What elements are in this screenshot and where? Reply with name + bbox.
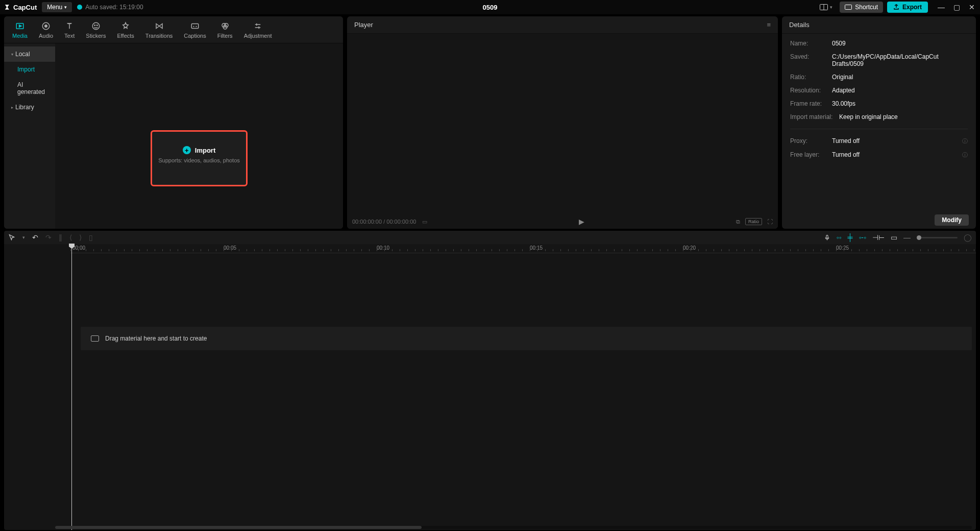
fullscreen-icon[interactable]: ⛶	[767, 219, 773, 225]
svg-rect-10	[191, 24, 199, 29]
detail-row-saved: Saved: C:/Users/MyPC/AppData/Local/CapCu…	[790, 53, 968, 67]
app-logo: CapCut	[4, 4, 37, 11]
import-subtext: Supports: videos, audios, photos	[158, 157, 240, 163]
main-track-magnet[interactable]: ◦◦	[837, 233, 842, 242]
close-button[interactable]: ✕	[968, 3, 976, 11]
tab-media[interactable]: Media	[7, 18, 33, 43]
player-body: 00:00:00:00 / 00:00:00:00 ▭ ▶ ⧉ Ratio ⛶	[347, 34, 778, 229]
import-dropzone[interactable]: + Import Supports: videos, audios, photo…	[151, 130, 248, 186]
capture-icon[interactable]: ⧉	[736, 219, 740, 225]
media-sidebar: ▾ Local Import AI generated ▸ Library	[4, 43, 55, 229]
ruler-tick: 00:20	[683, 245, 696, 251]
autosave-dot-icon	[77, 5, 82, 10]
tab-filters[interactable]: Filters	[212, 18, 238, 43]
layout-button[interactable]: ▾	[817, 3, 836, 11]
player-timecode: 00:00:00:00 / 00:00:00:00	[352, 219, 416, 225]
chevron-down-icon: ▾	[64, 5, 67, 10]
layout-icon	[820, 4, 828, 10]
capcut-logo-icon	[4, 4, 11, 11]
details-body: Name: 0509 Saved: C:/Users/MyPC/AppData/…	[782, 34, 976, 229]
scrollbar-thumb[interactable]	[55, 526, 422, 529]
svg-point-9	[96, 25, 97, 26]
detail-row-framerate: Frame rate: 30.00fps	[790, 100, 968, 107]
svg-point-7	[92, 22, 100, 30]
timeline-area: 00:00 00:05 00:10 00:15 00:20 00:25 Drag…	[4, 244, 976, 530]
titlebar-left: CapCut Menu ▾ Auto saved: 15:19:00	[4, 2, 143, 12]
adjustment-icon	[253, 21, 262, 31]
player-header: Player ≡	[347, 16, 778, 34]
tab-audio[interactable]: Audio	[34, 18, 58, 43]
divider	[790, 129, 968, 129]
mic-button[interactable]	[824, 234, 830, 242]
player-viewport[interactable]	[347, 34, 778, 214]
select-dropdown[interactable]: ▾	[22, 235, 25, 240]
linkage[interactable]: ◦-◦	[859, 233, 866, 242]
sidebar-item-ai-generated[interactable]: AI generated	[4, 77, 55, 100]
chevron-down-icon: ▾	[830, 5, 832, 10]
ruler-tick: 00:15	[530, 245, 543, 251]
menu-button[interactable]: Menu ▾	[42, 2, 72, 12]
redo-button[interactable]: ↷	[45, 233, 52, 242]
detail-row-resolution: Resolution: Adapted	[790, 87, 968, 94]
microphone-icon	[824, 234, 830, 242]
trim-left-tool[interactable]: ⟨	[69, 233, 72, 242]
modify-button[interactable]: Modify	[935, 214, 969, 226]
select-tool[interactable]	[8, 234, 15, 241]
undo-button[interactable]: ↶	[32, 233, 38, 242]
tab-adjustment[interactable]: Adjustment	[239, 18, 277, 43]
export-button[interactable]: Export	[887, 2, 928, 13]
timeline-tools-left: ▾ ↶ ↷ ‖ ⟨ ⟩ ▯	[8, 233, 93, 242]
zoom-fit[interactable]: ◯	[964, 233, 972, 242]
detail-row-ratio: Ratio: Original	[790, 74, 968, 81]
svg-rect-2	[845, 5, 852, 10]
compare-icon[interactable]: ▭	[422, 219, 427, 225]
sidebar-item-import[interactable]: Import	[4, 62, 55, 77]
minimize-button[interactable]: —	[937, 3, 945, 11]
svg-marker-4	[19, 25, 21, 28]
main-panels: Media Audio Text Stickers Effects Transi…	[0, 14, 980, 229]
ratio-button[interactable]: Ratio	[745, 218, 762, 225]
ruler-tick: 00:10	[377, 245, 389, 251]
auto-snap[interactable]: ╪	[847, 233, 852, 242]
info-icon[interactable]: ⓘ	[962, 137, 968, 145]
timeline-toolbar: ▾ ↶ ↷ ‖ ⟨ ⟩ ▯ ◦◦ ╪ ◦-◦ ⊣⊢ ▭ — ◯	[4, 231, 976, 244]
effects-icon	[121, 21, 130, 31]
tab-effects[interactable]: Effects	[112, 18, 139, 43]
timeline-drop-hint[interactable]: Drag material here and start to create	[81, 327, 972, 350]
zoom-slider[interactable]	[917, 237, 958, 238]
audio-icon	[41, 21, 51, 31]
timeline-ruler[interactable]: 00:00 00:05 00:10 00:15 00:20 00:25	[70, 244, 976, 253]
stickers-icon	[91, 21, 101, 31]
cover-button[interactable]: ▭	[891, 233, 897, 242]
zoom-out[interactable]: —	[903, 233, 911, 242]
app-name: CapCut	[13, 4, 37, 11]
timeline-scrollbar[interactable]	[55, 526, 972, 529]
tab-text[interactable]: Text	[59, 18, 80, 43]
player-title: Player	[354, 21, 373, 29]
delete-tool[interactable]: ▯	[89, 233, 93, 242]
trim-right-tool[interactable]: ⟩	[79, 233, 82, 242]
preview-axis[interactable]: ⊣⊢	[872, 233, 885, 242]
sidebar-item-local[interactable]: ▾ Local	[4, 46, 55, 62]
detail-row-import-material: Import material: Keep in original place	[790, 113, 968, 120]
autosave-status: Auto saved: 15:19:00	[77, 4, 143, 11]
tab-stickers[interactable]: Stickers	[81, 18, 111, 43]
tab-captions[interactable]: Captions	[179, 18, 211, 43]
timeline-tracks[interactable]: Drag material here and start to create	[70, 253, 976, 525]
shortcut-button[interactable]: Shortcut	[840, 2, 883, 13]
keyboard-icon	[845, 5, 852, 10]
titlebar-right: ▾ Shortcut Export — ▢ ✕	[817, 2, 976, 13]
project-title: 0509	[483, 4, 498, 11]
captions-icon	[190, 21, 200, 31]
info-icon[interactable]: ⓘ	[962, 151, 968, 159]
ruler-tick: 00:05	[224, 245, 236, 251]
player-menu-icon[interactable]: ≡	[767, 21, 771, 29]
sidebar-item-library[interactable]: ▸ Library	[4, 100, 55, 115]
maximize-button[interactable]: ▢	[952, 3, 961, 11]
caret-right-icon: ▸	[11, 105, 13, 110]
plus-icon: +	[183, 146, 191, 154]
split-tool[interactable]: ‖	[59, 233, 62, 242]
caret-down-icon: ▾	[11, 52, 13, 57]
play-button[interactable]: ▶	[579, 218, 584, 226]
tab-transitions[interactable]: Transitions	[140, 18, 178, 43]
